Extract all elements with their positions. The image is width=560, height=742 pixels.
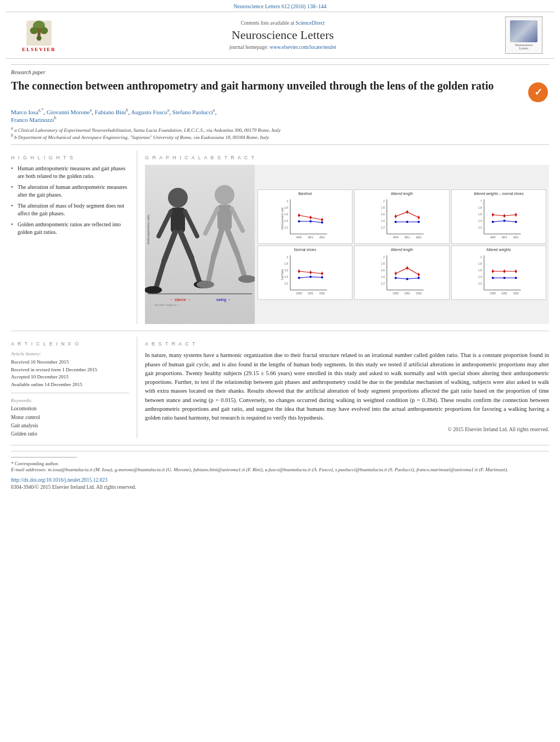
svg-text:1.2: 1.2 xyxy=(381,282,385,285)
graphical-abstract-heading: G R A P H I C A L A B S T R A C T xyxy=(145,155,549,160)
svg-text:7: 7 xyxy=(480,199,482,203)
charts-grid: Barefoot 2 1.8 1.6 1.4 1.2 xyxy=(255,187,549,303)
main-content: Research paper The connection between an… xyxy=(0,64,560,495)
svg-point-111 xyxy=(321,276,323,278)
chart-altered-weights-top-title: Altered weights – normal shoes xyxy=(453,192,544,196)
highlights-heading: H I G H L I G H T S xyxy=(11,155,129,160)
abstract-heading: A B S T R A C T xyxy=(145,341,549,347)
svg-text:1.4: 1.4 xyxy=(381,219,385,222)
svg-text:1.4: 1.4 xyxy=(478,219,481,222)
chart-altered-weights-bottom-title: Altered weights xyxy=(453,248,544,252)
svg-point-110 xyxy=(310,276,312,278)
authors: Marco Iosaa,*, Giovanni Moronea, Fabiano… xyxy=(11,108,549,122)
svg-text:1.8: 1.8 xyxy=(381,206,385,209)
chart-barefoot-svg: 2 1.8 1.6 1.4 1.2 AR0 AR1 AR2 xyxy=(260,197,350,241)
keywords-section: Keywords: Locomotion Motor control Gait … xyxy=(11,398,129,438)
svg-text:2: 2 xyxy=(383,199,385,203)
journal-center: Contents lists available at ScienceDirec… xyxy=(64,20,502,50)
chart-altered-weights-bottom: Altered weights 2 1.8 1.6 1.4 1.2 GR0 GR… xyxy=(451,246,546,300)
keyword-golden-ratio: Golden ratio xyxy=(11,430,129,438)
chart-barefoot-title: Barefoot xyxy=(260,192,350,196)
svg-text:GR0: GR0 xyxy=(490,292,496,295)
svg-text:AR2: AR2 xyxy=(320,236,325,239)
svg-text:swing →: swing → xyxy=(216,298,231,302)
svg-text:AR1: AR1 xyxy=(308,236,313,239)
chart-altered-length-top-title: Altered length xyxy=(356,192,447,196)
neurosci-logo-img xyxy=(510,20,537,42)
svg-text:1.8: 1.8 xyxy=(284,206,288,209)
journal-homepage-link[interactable]: www.elsevier.com/locate/neulet xyxy=(270,44,336,50)
chart-altered-length-bottom-svg: 2 1.8 1.6 1.4 1.2 GR0 GR1 GR2 xyxy=(356,253,447,297)
svg-text:1.2: 1.2 xyxy=(284,282,288,285)
svg-text:1.2: 1.2 xyxy=(381,226,385,229)
neurosci-logo-area: NeuroscienceLetters xyxy=(502,16,546,54)
article-history-label: Article history: xyxy=(11,351,129,356)
svg-point-72 xyxy=(406,221,408,223)
graphical-abstract-column: G R A P H I C A L A B S T R A C T xyxy=(137,150,549,324)
article-info-column: A R T I C L E I N F O Article history: R… xyxy=(11,337,137,438)
svg-text:2: 2 xyxy=(480,255,482,259)
svg-text:1.6: 1.6 xyxy=(478,213,481,216)
svg-text:GR0: GR0 xyxy=(393,292,399,295)
doi-link[interactable]: http://dx.doi.org/10.1016/j.neulet.2015.… xyxy=(11,477,108,483)
chart-normal-shoes-title: Normal shoes xyxy=(260,248,350,252)
svg-point-51 xyxy=(298,220,300,222)
svg-point-129 xyxy=(395,277,397,279)
chart-altered-weights-top-svg: 7 1.8 1.6 1.4 1.2 AR0 AR1 AR2 xyxy=(453,197,544,241)
highlight-item-1: Human anthropometric measures and gait p… xyxy=(11,165,129,180)
svg-text:GR1: GR1 xyxy=(501,292,507,295)
svg-point-53 xyxy=(321,221,323,224)
svg-text:AR0: AR0 xyxy=(393,236,399,239)
svg-text:1.6: 1.6 xyxy=(381,269,385,272)
available-date: Available online 14 December 2015 xyxy=(11,381,129,389)
author-franco-marinozzi: Franco Marinozzi xyxy=(11,116,54,122)
elsevier-label: ELSEVIER xyxy=(22,47,56,52)
svg-text:1.8: 1.8 xyxy=(478,262,481,265)
svg-text:1.6: 1.6 xyxy=(478,269,481,272)
corresponding-author-note: * Corresponding author. xyxy=(11,461,549,466)
abstract-paragraph: In nature, many systems have a harmonic … xyxy=(145,351,549,422)
keyword-gait-analysis: Gait analysis xyxy=(11,422,129,430)
svg-point-148 xyxy=(491,277,494,279)
journal-header: ELSEVIER Contents lists available at Sci… xyxy=(5,12,555,59)
received-date: Received 10 November 2015 xyxy=(11,359,129,366)
svg-point-73 xyxy=(418,221,420,223)
affiliation-a: a a Clinical Laboratory of Experimental … xyxy=(11,126,549,133)
svg-point-3 xyxy=(40,27,48,34)
sciencedirect-link[interactable]: ScienceDirect xyxy=(295,20,324,26)
copyright-line: © 2015 Elsevier Ireland Ltd. All rights … xyxy=(145,427,549,432)
doi-line: http://dx.doi.org/10.1016/j.neulet.2015.… xyxy=(11,477,549,483)
svg-text:Gait Ratio: Gait Ratio xyxy=(281,269,284,280)
keyword-motor-control: Motor control xyxy=(11,414,129,422)
svg-text:AR1: AR1 xyxy=(405,236,410,239)
svg-text:GR2: GR2 xyxy=(513,292,519,295)
journal-reference: Neuroscience Letters 612 (2016) 138–144 xyxy=(0,0,560,12)
graphical-abstract-image: ← stance → ← double support → swing → An… xyxy=(145,165,549,324)
paper-type: Research paper xyxy=(11,64,549,75)
article-dates: Received 10 November 2015 Received in re… xyxy=(11,359,129,388)
svg-text:AR0: AR0 xyxy=(296,236,302,239)
svg-text:1.6: 1.6 xyxy=(381,213,385,216)
author-giovanni-morone: Giovanni Morone xyxy=(47,109,90,115)
svg-text:AR2: AR2 xyxy=(416,236,422,239)
svg-text:1.4: 1.4 xyxy=(284,275,288,278)
svg-point-28 xyxy=(197,281,214,288)
svg-text:GR2: GR2 xyxy=(320,292,326,295)
accepted-date: Accepted 10 December 2015 xyxy=(11,373,129,381)
svg-text:2: 2 xyxy=(383,255,385,259)
svg-text:1.2: 1.2 xyxy=(284,226,288,229)
svg-point-20 xyxy=(215,185,234,205)
svg-text:Anthropometric ratio: Anthropometric ratio xyxy=(281,207,284,230)
issn-line: 0304-3940/© 2015 Elsevier Ireland Ltd. A… xyxy=(11,484,549,490)
crossmark-icon: ✓ CrossMark xyxy=(527,81,549,103)
chart-altered-weights-top: Altered weights – normal shoes 7 1.8 1.6… xyxy=(451,189,546,244)
chart-altered-length-top-svg: 2 1.8 1.6 1.4 1.2 AR0 AR1 AR2 xyxy=(356,197,447,241)
svg-text:1.8: 1.8 xyxy=(381,262,385,265)
paper-title: The connection between anthropometry and… xyxy=(11,79,522,93)
walking-figure-svg: ← stance → ← double support → swing → An… xyxy=(145,165,255,324)
svg-point-149 xyxy=(503,277,505,279)
svg-text:2: 2 xyxy=(287,199,288,203)
highlight-item-2: The alteration of human anthropometric m… xyxy=(11,183,129,199)
svg-point-2 xyxy=(30,27,38,34)
svg-text:1.4: 1.4 xyxy=(284,219,288,222)
